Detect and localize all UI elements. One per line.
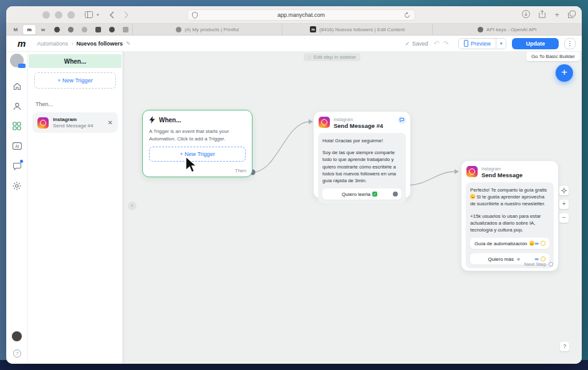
- workspace-avatar[interactable]: [10, 54, 24, 67]
- ai-icon[interactable]: AI: [10, 139, 24, 153]
- undo-redo-icons[interactable]: ↶↷: [434, 39, 453, 47]
- breadcrumb-flow-name[interactable]: Nuevos followers: [76, 41, 123, 47]
- update-button[interactable]: Update: [512, 38, 559, 49]
- automation-icon[interactable]: [10, 119, 24, 133]
- sidebar-new-trigger-button[interactable]: + New Trigger: [34, 72, 116, 89]
- instagram-icon: [466, 166, 478, 177]
- sidebar-chevron-icon[interactable]: ▾: [97, 12, 99, 17]
- comment-badge-icon[interactable]: [398, 116, 406, 124]
- node-channel: Instagram: [481, 167, 523, 172]
- step-title: Send Message #4: [53, 123, 104, 129]
- flow-canvas[interactable]: ☝ Edit step in sidebar Go To Basic Build…: [123, 52, 582, 364]
- quick-reply-button[interactable]: Quiero leerla ✓: [322, 188, 402, 200]
- collapse-panel-button[interactable]: ‹: [128, 202, 137, 210]
- manychat-logo[interactable]: m: [17, 38, 26, 49]
- add-node-fab[interactable]: +: [556, 64, 573, 82]
- sidebar-step-card[interactable]: Instagram Send Message #4 ✕: [32, 112, 118, 133]
- preview-button[interactable]: Preview ▾: [458, 38, 507, 49]
- fit-to-screen-button[interactable]: [559, 186, 569, 195]
- send-message-4-node[interactable]: Instagram Send Message #4 Hola! Gracias …: [314, 112, 410, 198]
- go-to-basic-builder-button[interactable]: Go To Basic Builder: [526, 52, 580, 61]
- header-actions: ✓ Saved ↶↷ Preview ▾ Update ⋮: [405, 38, 576, 49]
- tab-label: (8416) Nuevos followers | Edit Content: [319, 27, 405, 32]
- pinned-tab-app5-icon[interactable]: [119, 25, 132, 34]
- node-header: Instagram Send Message: [466, 165, 554, 182]
- nav-rail: AI ?: [6, 52, 28, 364]
- edit-step-tooltip: ☝ Edit step in sidebar: [304, 53, 360, 61]
- send-message-node[interactable]: Instagram Send Message Perfecto! Te comp…: [461, 161, 558, 271]
- live-chat-icon[interactable]: [10, 159, 24, 173]
- quick-reply-label: Quiero leerla: [342, 192, 370, 197]
- reload-icon[interactable]: [404, 12, 410, 20]
- forward-icon[interactable]: [124, 11, 129, 19]
- button-connector-handle[interactable]: [541, 241, 546, 246]
- downloads-icon[interactable]: [522, 9, 530, 21]
- zoom-out-button[interactable]: −: [559, 213, 569, 223]
- instagram-icon: [37, 117, 49, 129]
- svg-text:AI: AI: [15, 144, 19, 148]
- when-node-description: A Trigger is an event that starts your A…: [149, 128, 246, 142]
- paragraph-part: Si te gusta aprender aprovecha de suscri…: [470, 194, 545, 207]
- node-header-text: Instagram Send Message #4: [334, 117, 383, 129]
- smiley-emoji-icon: [470, 194, 475, 199]
- canvas-help-button[interactable]: ?: [560, 342, 569, 351]
- preview-dropdown-chevron[interactable]: ▾: [496, 39, 506, 49]
- breadcrumb-automations[interactable]: Automations: [37, 41, 68, 47]
- button-connector-dot[interactable]: [393, 192, 398, 197]
- pinned-tab-app4-icon[interactable]: [105, 25, 118, 34]
- address-bar[interactable]: app.manychat.com: [187, 9, 415, 21]
- node-header: Instagram Send Message #4: [318, 116, 406, 133]
- header-more-button[interactable]: ⋮: [564, 38, 576, 49]
- zoom-window-button[interactable]: [67, 11, 75, 19]
- quick-reply-button-1[interactable]: Guía de automatización ∞: [470, 238, 549, 249]
- privacy-shield-icon: [192, 12, 198, 20]
- svg-text:?: ?: [16, 351, 19, 356]
- printful-favicon: [176, 27, 181, 32]
- breadcrumb-separator: ›: [71, 41, 73, 47]
- pinned-tab-app3-icon[interactable]: [92, 25, 104, 34]
- user-avatar[interactable]: [12, 331, 22, 341]
- when-node-title: When...: [159, 117, 181, 124]
- url-link-icon: ∞: [535, 240, 539, 246]
- tab-manychat-editor[interactable]: m (8416) Nuevos followers | Edit Content: [282, 24, 431, 35]
- browser-window: ▾ app.manychat.com +: [6, 6, 582, 364]
- minimize-window-button[interactable]: [55, 11, 62, 19]
- pinned-tab-app2-icon[interactable]: [78, 25, 90, 34]
- message-paragraph: Soy de las que siempre comparte todo lo …: [322, 149, 402, 184]
- preview-label: Preview: [471, 41, 491, 47]
- rename-icon[interactable]: ✎: [126, 41, 131, 47]
- preview-main-segment[interactable]: Preview: [459, 39, 496, 49]
- sidebar-when-header: When...: [29, 54, 122, 68]
- tab-printful[interactable]: (4) My products | Printful: [132, 24, 282, 35]
- zoom-in-button[interactable]: +: [559, 200, 569, 209]
- settings-gear-icon[interactable]: [10, 179, 24, 193]
- pinned-tab-wordpress-icon[interactable]: w: [37, 25, 49, 34]
- saved-status: ✓ Saved: [405, 41, 428, 47]
- pinned-tab-manychat-icon[interactable]: m: [23, 25, 36, 34]
- paragraph-part: Perfecto! Te comparto la guía gratis: [470, 187, 547, 193]
- step-sidebar: When... + New Trigger Then... Instagram …: [28, 52, 123, 364]
- pinned-tab-github-icon[interactable]: [51, 25, 63, 34]
- tab-openai[interactable]: API keys - OpenAI API: [432, 24, 582, 35]
- home-icon[interactable]: [10, 79, 24, 93]
- back-icon[interactable]: [109, 11, 114, 19]
- new-tab-icon[interactable]: +: [554, 10, 559, 19]
- traffic-lights: [42, 11, 75, 19]
- node-header-text: Instagram Send Message: [481, 166, 523, 178]
- sidebar-toggle-icon[interactable]: [85, 11, 93, 18]
- tab-overview-icon[interactable]: [568, 9, 576, 21]
- pinned-tab-app1-icon[interactable]: [64, 25, 77, 34]
- canvas-zoom-controls: + −: [559, 186, 569, 223]
- next-step-handle[interactable]: [549, 262, 553, 266]
- help-icon[interactable]: ?: [10, 346, 24, 360]
- next-step-connector[interactable]: Next Step: [524, 261, 553, 267]
- contacts-icon[interactable]: [10, 99, 24, 113]
- pinned-tab-mail-icon[interactable]: M: [9, 25, 22, 34]
- share-icon[interactable]: [539, 9, 546, 21]
- mouse-cursor: [185, 156, 199, 175]
- remove-step-icon[interactable]: ✕: [108, 119, 113, 126]
- message-bubble: Hola! Gracias por seguirme! Soy de las q…: [318, 133, 406, 204]
- close-window-button[interactable]: [42, 11, 50, 19]
- lightning-icon: [149, 116, 155, 124]
- step-card-text: Instagram Send Message #4: [53, 117, 104, 129]
